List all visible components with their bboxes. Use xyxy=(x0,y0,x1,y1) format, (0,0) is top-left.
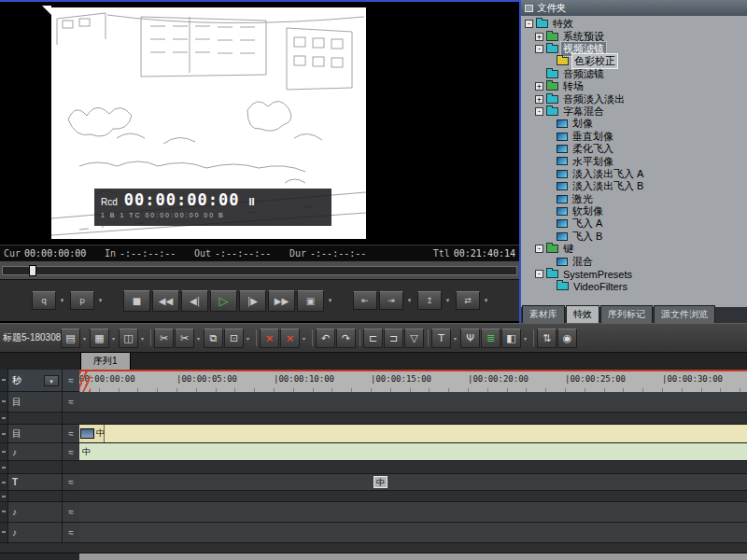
new-sequence-button[interactable]: ▦ xyxy=(90,329,109,348)
export-button[interactable]: ⇄ xyxy=(456,291,480,310)
waveform-toggle[interactable]: ≈ xyxy=(62,392,79,412)
audio-mixer-button[interactable]: ≣ xyxy=(481,329,500,348)
undo-button[interactable]: ↶ xyxy=(316,329,335,348)
goto-in-button[interactable]: ⇤ xyxy=(353,291,377,310)
tree-item[interactable]: +系统预设 xyxy=(521,30,747,42)
tree-expander-icon[interactable]: - xyxy=(535,45,543,53)
mark-out-toolbar-button[interactable]: ⊐ xyxy=(384,329,403,348)
track-select-strip[interactable] xyxy=(0,474,8,490)
tree-expander-icon[interactable]: + xyxy=(535,33,543,41)
track-audio-2[interactable] xyxy=(79,502,747,523)
loop-playback-button-dropdown-icon[interactable]: ▾ xyxy=(326,297,334,304)
scrubber-bar[interactable] xyxy=(0,260,519,280)
palette-tab-特效[interactable]: 特效 xyxy=(566,305,599,323)
voiceover-mic-button[interactable]: Ψ xyxy=(460,329,480,348)
tree-item[interactable]: VideoFilters xyxy=(521,280,747,292)
title-button[interactable]: T xyxy=(431,329,451,348)
waveform-toggle[interactable] xyxy=(62,461,79,473)
add-cut-point-button[interactable]: ↥ xyxy=(417,291,442,310)
loop-playback-button[interactable]: ▣ xyxy=(297,290,324,312)
ripple-delete-button-dropdown-icon[interactable]: ▾ xyxy=(301,335,307,342)
new-sequence-button-dropdown-icon[interactable]: ▾ xyxy=(110,335,117,342)
record-button[interactable]: ◉ xyxy=(557,329,577,348)
track-select-strip[interactable] xyxy=(0,523,8,542)
video-clip[interactable]: 中 xyxy=(79,425,105,442)
stop-button[interactable]: ■ xyxy=(123,290,150,312)
redo-button[interactable]: ↷ xyxy=(336,329,356,348)
tree-item[interactable]: 混合 xyxy=(521,255,747,267)
tree-item[interactable]: 激光 xyxy=(521,192,747,204)
rewind-button[interactable]: ◀◀ xyxy=(152,290,179,312)
speaker-icon[interactable]: ♪ xyxy=(12,507,17,517)
waveform-toggle[interactable] xyxy=(62,413,79,424)
tree-expander-icon[interactable]: - xyxy=(535,270,543,278)
track-title-1[interactable]: 中 xyxy=(79,474,747,491)
title-clip-marker[interactable]: 中 xyxy=(374,476,388,488)
export-button-dropdown-icon[interactable]: ▾ xyxy=(482,297,490,304)
track-select-strip[interactable] xyxy=(0,392,8,412)
title-track-icon[interactable]: T xyxy=(12,477,18,487)
ripple-delete-button[interactable]: × xyxy=(280,329,300,348)
waveform-toggle-header[interactable]: ≈ xyxy=(62,370,79,391)
step-forward-button[interactable]: |▶ xyxy=(239,290,266,312)
track-select-strip[interactable] xyxy=(0,491,8,501)
waveform-toggle[interactable]: ≈ xyxy=(62,474,79,490)
track-video-2[interactable] xyxy=(79,392,747,413)
tree-item[interactable]: 音频滤镜 xyxy=(521,68,747,80)
tree-item[interactable]: 柔化飞入 xyxy=(521,143,747,155)
speaker-icon[interactable]: ♪ xyxy=(12,447,17,457)
scrubber-track[interactable] xyxy=(2,266,517,275)
tree-expander-icon[interactable]: + xyxy=(535,82,543,91)
waveform-toggle[interactable]: ≈ xyxy=(62,443,79,460)
goto-out-button-dropdown-icon[interactable]: ▾ xyxy=(405,297,414,304)
tree-item[interactable]: 飞入 B xyxy=(521,231,747,243)
waveform-toggle[interactable]: ≈ xyxy=(62,502,79,522)
set-out-button[interactable]: p xyxy=(70,291,94,310)
tree-item[interactable]: +转场 xyxy=(521,80,747,92)
new-project-button[interactable]: ▤ xyxy=(61,329,80,348)
tree-expander-icon[interactable]: - xyxy=(535,245,543,253)
timeline-horizontal-scrollbar[interactable] xyxy=(79,553,747,560)
track-select-strip[interactable] xyxy=(0,502,8,522)
waveform-toggle[interactable]: ≈ xyxy=(62,523,79,542)
track-select-strip[interactable] xyxy=(0,443,8,460)
tree-item[interactable]: 飞入 A xyxy=(521,217,747,230)
playhead-marker[interactable] xyxy=(79,371,91,392)
tree-item[interactable]: -特效 xyxy=(521,18,747,30)
cut-mode-button-dropdown-icon[interactable]: ▾ xyxy=(195,335,202,342)
title-button-dropdown-icon[interactable]: ▾ xyxy=(452,335,458,342)
audio-clip[interactable]: 中 xyxy=(79,443,91,460)
cut-mode-button[interactable]: ✂ xyxy=(175,329,194,348)
video-enable-icon[interactable]: 目 xyxy=(12,427,21,441)
play-button[interactable]: ▷ xyxy=(210,290,237,312)
tree-item[interactable]: 划像 xyxy=(521,118,747,130)
add-cut-point-button-dropdown-icon[interactable]: ▾ xyxy=(444,297,452,304)
step-back-button[interactable]: ◀| xyxy=(181,290,208,312)
multicam-mode-button-dropdown-icon[interactable]: ▾ xyxy=(522,335,529,342)
track-gap-2[interactable] xyxy=(79,461,747,474)
tree-item[interactable]: -视频滤镜 xyxy=(521,43,747,55)
multicam-mode-button[interactable]: ◧ xyxy=(501,329,521,348)
tree-item[interactable]: -字幕混合 xyxy=(521,105,747,118)
track-select-strip[interactable] xyxy=(0,461,8,473)
new-project-button-dropdown-icon[interactable]: ▾ xyxy=(81,335,88,342)
copy-button[interactable]: ⧉ xyxy=(204,329,223,348)
set-in-button[interactable]: q xyxy=(32,291,56,310)
waveform-toggle[interactable] xyxy=(62,491,79,501)
tree-item[interactable]: -键 xyxy=(521,243,747,255)
tree-item[interactable]: 色彩校正 xyxy=(521,55,747,67)
ruler-unit-dropdown[interactable]: ▾ xyxy=(44,375,59,386)
tree-item[interactable]: 淡入淡出飞入 A xyxy=(521,168,747,180)
track-audio-3[interactable] xyxy=(79,523,747,543)
tree-expander-icon[interactable]: - xyxy=(525,20,533,28)
tree-expander-icon[interactable]: + xyxy=(535,95,543,104)
tree-item[interactable]: 水平划像 xyxy=(521,155,747,167)
track-select-strip[interactable] xyxy=(0,425,8,442)
sliders-button[interactable]: ⇅ xyxy=(537,329,557,348)
speaker-icon[interactable]: ♪ xyxy=(12,527,17,538)
track-select-strip[interactable] xyxy=(0,413,8,424)
palette-tab-序列标记[interactable]: 序列标记 xyxy=(600,305,653,323)
save-project-button[interactable]: ◫ xyxy=(119,329,138,348)
goto-out-button[interactable]: ⇥ xyxy=(379,291,403,310)
paste-button[interactable]: ⊡ xyxy=(224,329,244,348)
